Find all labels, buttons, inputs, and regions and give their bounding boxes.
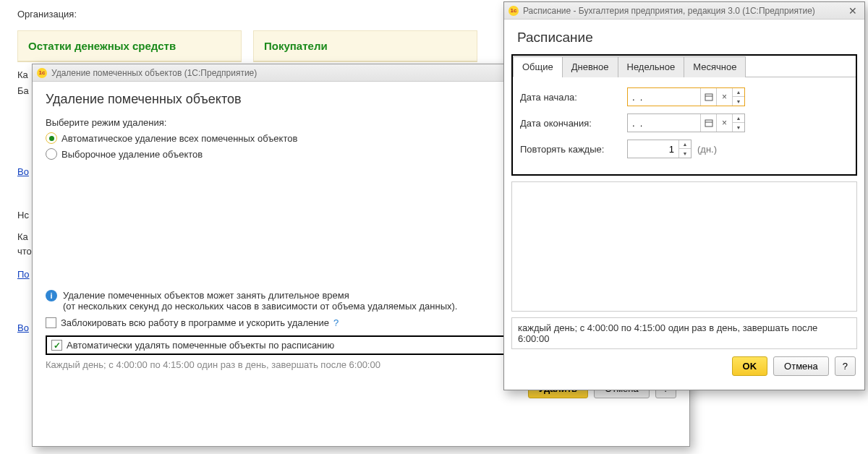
info-text: Удаление помеченных объектов может занят… <box>63 290 457 312</box>
bg-text: Ка <box>17 231 28 242</box>
ok-button[interactable]: OK <box>732 356 768 376</box>
svg-rect-0 <box>705 94 712 100</box>
repeat-every-label: Повторять каждые: <box>520 144 621 155</box>
tab-weekly[interactable]: Недельное <box>618 56 685 77</box>
bg-text: Нс <box>17 210 29 220</box>
stepper-up-icon[interactable]: ▲ <box>679 140 691 149</box>
checkbox-auto-schedule[interactable]: ✓ Автоматически удалять помеченные объек… <box>51 340 334 351</box>
date-end-label: Дата окончания: <box>520 118 621 129</box>
bg-panel-customers: Покупатели <box>253 30 477 62</box>
stepper-down-icon[interactable]: ▼ <box>733 123 744 132</box>
dialog-heading: Расписание <box>517 30 851 46</box>
bg-panel-customers-title[interactable]: Покупатели <box>264 40 467 52</box>
bg-text: Ка <box>17 69 28 80</box>
repeat-unit: (дн.) <box>697 144 717 155</box>
tab-daily[interactable]: Дневное <box>562 56 618 77</box>
checkbox-label: Заблокировать всю работу в программе и у… <box>61 317 329 328</box>
checkbox-label: Автоматически удалять помеченные объекты… <box>67 340 334 351</box>
info-icon: i <box>46 290 57 301</box>
bg-text: что <box>17 246 32 257</box>
calendar-icon[interactable] <box>700 88 716 106</box>
bg-link[interactable]: По <box>17 269 30 280</box>
radio-label: Выборочное удаление объектов <box>61 149 203 160</box>
stepper-up-icon[interactable]: ▲ <box>733 114 744 123</box>
repeat-input-group: ▲ ▼ <box>627 140 692 158</box>
dialog-title: Расписание - Бухгалтерия предприятия, ре… <box>523 6 815 16</box>
schedule-summary: каждый день; с 4:00:00 по 4:15:00 один р… <box>511 317 857 349</box>
org-label: Организация: <box>17 9 77 20</box>
radio-label: Автоматическое удаление всех помеченных … <box>61 133 297 144</box>
stepper[interactable]: ▲ ▼ <box>732 114 744 132</box>
stepper[interactable]: ▲ ▼ <box>678 140 691 158</box>
tab-general[interactable]: Общие <box>513 56 563 77</box>
help-icon[interactable]: ? <box>333 317 339 328</box>
stepper[interactable]: ▲ ▼ <box>732 88 744 106</box>
radio-icon <box>46 148 57 160</box>
bg-link[interactable]: Во <box>17 166 29 177</box>
bg-panel-cash-title[interactable]: Остатки денежных средств <box>28 40 231 52</box>
stepper-down-icon[interactable]: ▼ <box>679 149 691 158</box>
cancel-button[interactable]: Отмена <box>773 356 829 376</box>
app-icon: 1c <box>37 68 47 78</box>
checkbox-icon <box>46 317 56 328</box>
clear-icon[interactable]: × <box>716 88 732 106</box>
date-end-input[interactable] <box>628 114 700 132</box>
stepper-up-icon[interactable]: ▲ <box>733 88 744 97</box>
date-start-input[interactable] <box>628 88 700 106</box>
dialog-titlebar: 1c Расписание - Бухгалтерия предприятия,… <box>504 2 864 20</box>
bg-link[interactable]: Во <box>17 322 29 333</box>
date-end-input-group: × ▲ ▼ <box>627 113 745 132</box>
tab-monthly[interactable]: Месячное <box>684 56 746 77</box>
date-start-label: Дата начала: <box>520 92 621 103</box>
radio-icon <box>46 132 57 144</box>
close-icon[interactable]: ✕ <box>846 5 860 17</box>
stepper-down-icon[interactable]: ▼ <box>733 97 744 106</box>
checkbox-icon: ✓ <box>51 340 62 351</box>
help-button[interactable]: ? <box>835 356 856 376</box>
date-start-input-group: × ▲ ▼ <box>627 87 745 106</box>
highlighted-schedule-form: Общие Дневное Недельное Месячное Дата на… <box>511 54 857 176</box>
calendar-icon[interactable] <box>700 114 716 132</box>
bg-text: Ба <box>17 85 29 96</box>
blank-panel <box>511 181 857 312</box>
svg-rect-2 <box>705 120 712 127</box>
clear-icon[interactable]: × <box>716 114 732 132</box>
tabs: Общие Дневное Недельное Месячное <box>513 56 856 77</box>
dialog-title: Удаление помеченных объектов (1С:Предпри… <box>51 68 257 78</box>
bg-panel-cash: Остатки денежных средств <box>17 30 242 62</box>
schedule-dialog: 1c Расписание - Бухгалтерия предприятия,… <box>503 1 865 390</box>
schedule-summary: Каждый день; с 4:00:00 по 4:15:00 один р… <box>46 359 393 370</box>
app-icon: 1c <box>509 6 519 16</box>
repeat-input[interactable] <box>628 140 678 158</box>
